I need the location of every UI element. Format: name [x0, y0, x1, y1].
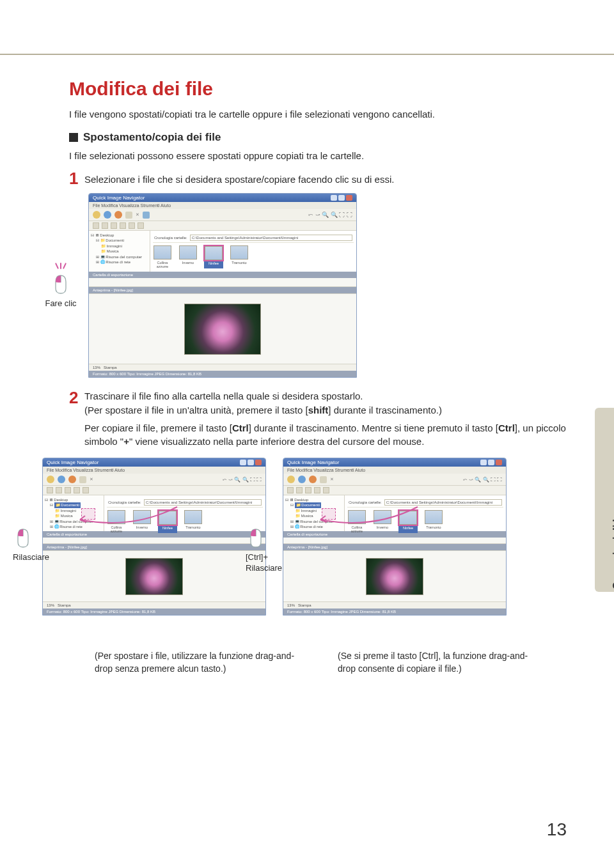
window-toolbar: ✕ ⤺ ⤻ 🔍 🔍 ⛶ ⛶	[89, 209, 356, 221]
mouse-icon	[248, 528, 264, 548]
navigator-window-right: Quick Image Navigator File Modifica Visu…	[283, 458, 507, 616]
navigator-window-left: Quick Image Navigator File Modifica Visu…	[42, 458, 266, 616]
square-bullet-icon	[69, 133, 78, 142]
side-tab-label: Operazioni di base	[611, 499, 614, 589]
step-1-number: 1	[69, 170, 84, 187]
folder-tree: ⊟ 🖥 Desktop ⊟ 📁 Documenti 📁 Immagini 📁 M…	[89, 231, 150, 272]
release-label-left	[15, 528, 31, 548]
mouse-icon	[53, 274, 68, 295]
window-title-text: Quick Image Navigator	[93, 195, 145, 201]
step-2: 2 Trascinare il file fino alla cartella …	[69, 389, 574, 417]
window-titlebar: Quick Image Navigator	[89, 194, 356, 202]
step-1: 1 Selezionare i file che si desidera spo…	[69, 170, 574, 187]
window-body: ⊟ 🖥 Desktop ⊟ 📁 Documenti 📁 Immagini 📁 M…	[89, 231, 356, 272]
page-content: Modifica dei file I file vengono spostat…	[69, 78, 574, 675]
step1-figure-row: Fare clic Quick Image Navigator File Mod…	[38, 193, 574, 378]
step2-figure-row: Rilasciare Quick Image Navigator File Mo…	[42, 458, 574, 616]
export-bar: Cartella di esportazione	[89, 272, 356, 278]
click-accent-icon	[55, 263, 67, 270]
page-title: Modifica dei file	[69, 78, 574, 100]
figure-left: Rilasciare Quick Image Navigator File Mo…	[42, 458, 266, 616]
step-2-text: Trascinare il file fino alla cartella ne…	[84, 389, 442, 417]
section-subhead: Spostamento/copia dei file	[69, 131, 574, 144]
release-label-right	[248, 528, 264, 548]
caption-right: (Se si preme il tasto [Ctrl], la funzion…	[338, 650, 542, 675]
window-toolbar2	[89, 221, 356, 231]
caption-left: (Per spostare i file, utilizzare la funz…	[95, 650, 299, 675]
section-desc: I file selezionati possono essere sposta…	[69, 150, 574, 161]
preview-pane	[89, 293, 356, 364]
zoom-bar: 13% Stampa	[89, 364, 356, 371]
thumb-pane: Cronologia cartelle:C:\Documents and Set…	[150, 231, 356, 272]
mouse-icon	[15, 528, 31, 548]
fareclic-label: Fare clic	[45, 298, 76, 308]
figure-right: [Ctrl]+Rilasciare Quick Image Navigator …	[283, 458, 507, 616]
fareclic-column: Fare clic	[38, 263, 83, 308]
top-rule	[0, 54, 614, 55]
step-2-subtext: Per copiare il file, premere il tasto [C…	[84, 421, 574, 449]
step-2-number: 2	[69, 389, 84, 406]
ctrl-rilasciare-text: [Ctrl]+Rilasciare	[246, 552, 282, 574]
window-buttons	[331, 195, 352, 201]
preview-image	[184, 304, 261, 355]
step-1-text: Selezionare i file che si desidera spost…	[84, 170, 394, 186]
preview-bar: Anteprima - [Ninfee.jpg]	[89, 287, 356, 293]
intro-text: I file vengono spostati/copiati tra le c…	[69, 109, 574, 120]
rilasciare-text: Rilasciare	[13, 552, 49, 562]
subhead-text: Spostamento/copia dei file	[83, 131, 221, 144]
window-menubar: File Modifica Visualizza Strumenti Aiuto	[89, 202, 356, 209]
captions-row: (Per spostare i file, utilizzare la funz…	[95, 641, 574, 675]
page-number: 13	[547, 819, 567, 840]
status-bar: Formato: 800 x 600 Tipo: Immagine JPEG D…	[89, 371, 356, 377]
navigator-window-1: Quick Image Navigator File Modifica Visu…	[88, 193, 357, 378]
